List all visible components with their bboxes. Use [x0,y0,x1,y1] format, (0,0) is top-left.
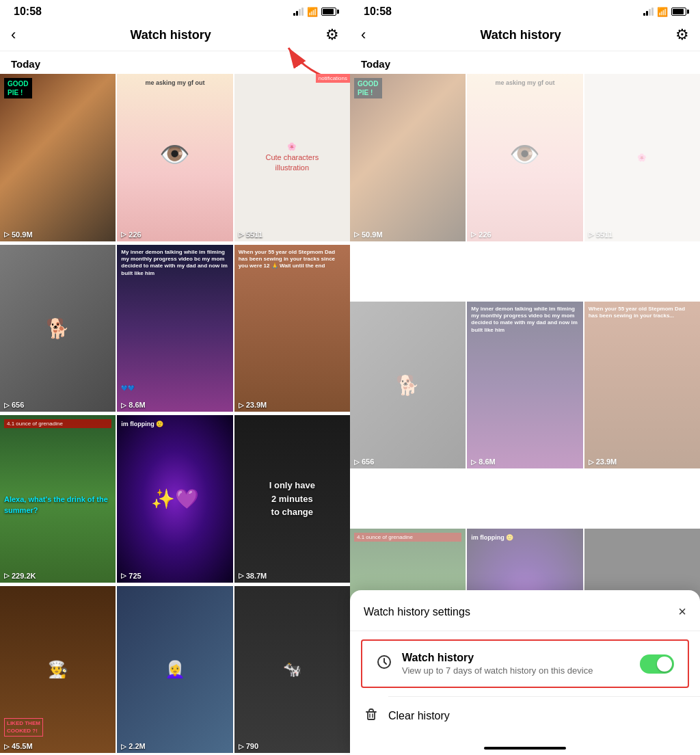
view-count-7: 229.2K [12,572,36,580]
view-count-5: 8.6M [129,401,145,409]
view-count-1: 50.9M [12,230,33,239]
right-battery-icon [671,8,686,16]
home-indicator [484,747,566,750]
view-count-8: 725 [129,572,141,580]
right-play-icon-1: ▷ [354,230,360,238]
liked-label-10: LIKED THEMCOOKED ?! [4,718,43,737]
video-text-9: I only have2 minutesto change [239,479,346,519]
watch-history-settings-modal: Watch history settings × Watch history V… [350,590,700,755]
view-count-2: 226 [129,230,141,239]
watch-history-toggle-row[interactable]: Watch history View up to 7 days of watch… [361,639,689,688]
right-section-today: Today [350,51,700,74]
play-icon-5: ▷ [121,401,126,409]
battery-icon [321,8,336,16]
view-count-3: 5511 [246,230,262,239]
video-cell-9[interactable]: I only have2 minutesto change ▷ 38.7M [234,415,350,583]
video-cell-6[interactable]: When your 55 year old Stepmom Dad has be… [234,245,350,412]
video-overlay-6: ▷ 23.9M [234,398,350,412]
video-overlay-8: ▷ 725 [117,569,232,583]
video-cell-11[interactable]: 👩‍🦳 ▷ 2.2M [117,586,232,754]
right-video-cell-3: 🌸 ▷5511 [584,74,700,241]
play-icon-3: ▷ [239,230,244,238]
right-top-bar: ‹ Watch history ⚙ [350,21,700,51]
video-cell-3[interactable]: 🌸Cute charactersillustration notificatio… [234,74,350,241]
video-text-2: me asking my gf out [121,79,228,86]
right-status-time: 10:58 [364,5,392,18]
signal-icon [293,8,304,16]
watch-history-label: Watch history [402,652,630,664]
video-text-8: im flopping 🙂 [121,421,228,427]
play-icon-1: ▷ [4,230,10,238]
left-video-grid: GOODPIE ! ▷ 50.9M 👁️ me asking my gf out… [0,74,350,755]
play-icon-10: ▷ [4,743,10,750]
right-back-button[interactable]: ‹ [361,26,366,44]
right-wifi-icon: 📶 [657,7,668,17]
notif-badge-3: notifications [316,74,350,83]
right-video-cell-1: GOODPIE ! ▷50.9M [350,74,466,241]
video-overlay-4: ▷ 656 [0,398,116,412]
video-cell-1[interactable]: GOODPIE ! ▷ 50.9M [0,74,116,241]
left-page-title: Watch history [130,28,211,42]
view-count-10: 45.5M [12,742,33,750]
right-good-pie-label: GOODPIE ! [354,78,382,98]
video-text-7: Alexa, what's the drink of the summer? [4,494,111,516]
wifi-icon: 📶 [307,7,318,17]
video-cell-12[interactable]: 🐄 ▷ 790 [234,586,350,754]
left-settings-icon[interactable]: ⚙ [325,26,339,44]
video-cell-2[interactable]: 👁️ me asking my gf out ▷ 226 [117,74,232,241]
right-phone-panel: 10:58 📶 ‹ Watch history ⚙ Today GOODPIE … [350,0,700,755]
svg-rect-2 [368,712,375,719]
left-back-button[interactable]: ‹ [11,26,16,44]
right-page-title: Watch history [480,28,561,42]
video-cell-10[interactable]: 👨‍🍳 LIKED THEMCOOKED ?! ▷ 45.5M [0,586,116,754]
watch-history-subtitle: View up to 7 days of watch history on th… [402,665,630,676]
left-top-bar: ‹ Watch history ⚙ [0,21,350,51]
modal-close-button[interactable]: × [678,604,686,620]
right-status-bar: 10:58 📶 [350,0,700,21]
play-icon-12: ▷ [239,743,244,750]
left-status-icons: 📶 [293,7,336,17]
video-overlay-12: ▷ 790 [234,739,350,753]
view-count-12: 790 [246,742,258,750]
right-video-cell-4: 🐕 ▷656 [350,302,466,469]
view-count-9: 38.7M [246,572,267,580]
view-count-4: 656 [12,401,24,409]
left-section-today: Today [0,51,350,74]
right-signal-icon [643,8,654,16]
watch-history-toggle[interactable] [640,654,674,674]
video-overlay-2: ▷ 226 [117,228,232,241]
left-status-bar: 10:58 📶 [0,0,350,21]
video-overlay-7: ▷ 229.2K [0,569,116,583]
modal-header: Watch history settings × [350,604,700,631]
video-cell-4[interactable]: 🐕 ▷ 656 [0,245,116,412]
trash-icon [364,706,379,725]
video-overlay-9: ▷ 38.7M [234,569,350,583]
video-text-6: When your 55 year old Stepmom Dad has be… [239,249,346,270]
video-text-5: My inner demon talking while im filming … [121,249,228,278]
play-icon-9: ▷ [239,572,244,579]
left-phone-panel: 10:58 📶 ‹ Watch history ⚙ [0,0,350,755]
right-video-overlay-1: ▷50.9M [350,228,466,241]
watch-history-clock-icon [376,654,392,674]
view-count-6: 23.9M [246,401,267,409]
view-count-11: 2.2M [129,742,145,750]
video-overlay-5: ▷ 8.6M [117,398,232,412]
right-status-icons: 📶 [643,7,686,17]
modal-title: Watch history settings [364,606,470,618]
left-status-time: 10:58 [14,5,42,18]
play-icon-6: ▷ [239,401,244,409]
play-icon-11: ▷ [121,743,126,750]
video-overlay-11: ▷ 2.2M [117,739,232,753]
play-icon-8: ▷ [121,572,126,579]
play-icon-4: ▷ [4,401,10,409]
video-overlay-3: ▷ 5511 [234,228,350,241]
video-overlay-10: ▷ 45.5M [0,739,116,753]
video-cell-5[interactable]: My inner demon talking while im filming … [117,245,232,412]
video-cell-7[interactable]: 4.1 ounce of grenadine Alexa, what's the… [0,415,116,583]
clear-history-label: Clear history [388,710,450,722]
clear-history-row[interactable]: Clear history [350,697,700,734]
right-video-cell-6: When your 55 year old Stepmom Dad has be… [584,302,700,469]
video-cell-8[interactable]: im flopping 🙂 ✨💜 ▷ 725 [117,415,232,583]
good-pie-label: GOODPIE ! [4,78,32,98]
right-settings-icon[interactable]: ⚙ [675,26,689,44]
